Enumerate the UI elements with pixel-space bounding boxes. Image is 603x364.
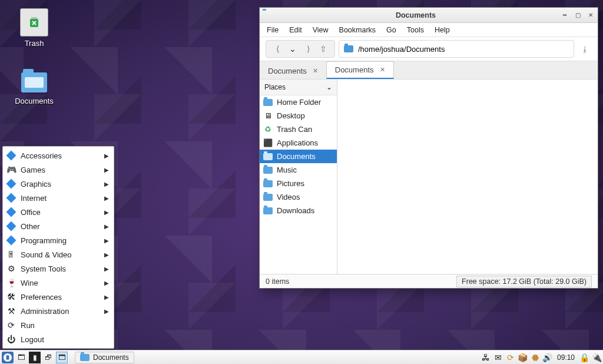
- office-icon: [6, 207, 16, 217]
- place-music[interactable]: Music: [260, 163, 337, 177]
- menu-logout[interactable]: ⏻Logout: [3, 332, 114, 346]
- preferences-icon: 🛠: [6, 292, 16, 302]
- place-pictures[interactable]: Pictures: [260, 177, 337, 190]
- history-dropdown[interactable]: ⌄: [287, 44, 298, 54]
- menu-go[interactable]: Go: [382, 25, 401, 35]
- chevron-right-icon: ▶: [104, 223, 109, 230]
- update-icon[interactable]: ⟳: [506, 353, 515, 362]
- run-icon: ⟳: [6, 320, 16, 330]
- close-button[interactable]: ✕: [586, 11, 595, 19]
- menu-preferences[interactable]: 🛠Preferences▶: [3, 290, 114, 304]
- menu-tools[interactable]: Tools: [402, 25, 429, 35]
- path-bar: [339, 40, 574, 58]
- folder-icon: [20, 66, 48, 94]
- administration-icon: ⚒: [6, 306, 16, 316]
- menu-system-tools[interactable]: ⚙System Tools▶: [3, 262, 114, 276]
- notification-icon[interactable]: ⬣: [531, 353, 540, 362]
- mail-icon[interactable]: ✉: [493, 353, 503, 362]
- other-icon: [6, 221, 16, 231]
- menu-accessories[interactable]: Accessories▶: [3, 148, 114, 163]
- desktop-documents[interactable]: Documents: [11, 66, 58, 105]
- tab-documents-2[interactable]: Documents ✕: [326, 61, 394, 79]
- tab-close-icon[interactable]: ✕: [313, 67, 318, 75]
- menu-bookmarks[interactable]: Bookmarks: [334, 25, 381, 35]
- menu-programming[interactable]: Programming▶: [3, 233, 114, 247]
- logout-icon: ⏻: [6, 335, 16, 344]
- folder-icon: [263, 193, 273, 201]
- chevron-right-icon: ▶: [104, 181, 109, 187]
- menu-office[interactable]: Office▶: [3, 205, 114, 219]
- folder-icon: [344, 45, 353, 52]
- menu-edit[interactable]: Edit: [284, 25, 307, 35]
- task-panel: 🗔 ▮ 🗗 🗖 Documents 🖧 ✉ ⟳ 📦 ⬣ 🔊 09:10 🔒 🔌: [0, 350, 603, 364]
- sidebar-places: Places ⌄ Home Folder 🖥Desktop ♻Trash Can…: [260, 80, 337, 274]
- folder-icon: [263, 207, 273, 215]
- menu-view[interactable]: View: [308, 25, 333, 35]
- place-trash[interactable]: ♻Trash Can: [260, 123, 337, 136]
- menu-internet[interactable]: Internet▶: [3, 191, 114, 205]
- svg-rect-1: [31, 17, 37, 19]
- trash-icon: [20, 8, 48, 37]
- folder-icon: [80, 354, 90, 361]
- tab-label: Documents: [335, 65, 374, 74]
- free-space: Free space: 17.2 GiB (Total: 29.0 GiB): [456, 276, 592, 287]
- start-menu-button[interactable]: [2, 352, 14, 363]
- menu-sound-video[interactable]: 🎚Sound & Video▶: [3, 247, 114, 262]
- place-desktop[interactable]: 🖥Desktop: [260, 109, 337, 123]
- taskbar-task-documents[interactable]: Documents: [75, 352, 134, 363]
- network-icon[interactable]: 🖧: [481, 353, 491, 362]
- launcher-file-manager[interactable]: 🗔: [15, 352, 27, 363]
- back-button[interactable]: ⟨: [272, 44, 283, 54]
- chevron-right-icon: ▶: [104, 280, 109, 286]
- show-desktop-button[interactable]: 🗖: [56, 352, 68, 363]
- maximize-button[interactable]: ▢: [573, 11, 582, 19]
- chevron-right-icon: ▶: [104, 209, 109, 216]
- place-documents[interactable]: Documents: [260, 150, 337, 163]
- tab-label: Documents: [268, 67, 307, 75]
- menu-administration[interactable]: ⚒Administration▶: [3, 304, 114, 318]
- menu-help[interactable]: Help: [430, 25, 455, 35]
- menu-file[interactable]: File: [262, 25, 283, 35]
- place-applications[interactable]: ⬛Applications: [260, 136, 337, 150]
- tab-documents-1[interactable]: Documents ✕: [260, 63, 326, 79]
- menu-graphics[interactable]: Graphics▶: [3, 177, 114, 191]
- file-manager-window: Documents ━ ▢ ✕ File Edit View Bookmarks…: [259, 7, 598, 289]
- chevron-right-icon: ▶: [104, 237, 109, 244]
- minimize-button[interactable]: ━: [560, 11, 569, 19]
- gear-icon: ⚙: [6, 264, 16, 273]
- tab-close-icon[interactable]: ✕: [380, 66, 385, 74]
- desktop-trash[interactable]: Trash: [11, 8, 58, 48]
- launcher-terminal[interactable]: ▮: [29, 352, 41, 363]
- desktop-documents-label: Documents: [11, 97, 58, 105]
- folder-icon: [263, 166, 273, 174]
- bookmark-button[interactable]: ⭳: [578, 40, 592, 58]
- forward-button[interactable]: ⟩: [303, 44, 313, 54]
- chevron-right-icon: ▶: [104, 153, 109, 159]
- menu-wine[interactable]: 🍷Wine▶: [3, 276, 114, 290]
- path-input[interactable]: [358, 45, 569, 54]
- folder-view[interactable]: [337, 80, 598, 274]
- volume-icon[interactable]: 🔊: [543, 353, 552, 362]
- sidebar-header[interactable]: Places ⌄: [260, 80, 337, 95]
- power-icon[interactable]: 🔌: [592, 353, 601, 362]
- package-icon[interactable]: 📦: [518, 353, 528, 362]
- place-home[interactable]: Home Folder: [260, 95, 337, 109]
- wine-icon: 🍷: [6, 278, 16, 287]
- chevron-right-icon: ▶: [104, 252, 109, 258]
- clock[interactable]: 09:10: [555, 353, 577, 362]
- menu-games[interactable]: 🎮Games▶: [3, 163, 114, 177]
- lock-icon[interactable]: 🔒: [579, 353, 589, 362]
- games-icon: 🎮: [6, 165, 16, 174]
- applications-icon: ⬛: [263, 139, 273, 147]
- up-button[interactable]: ⇧: [318, 44, 329, 54]
- chevron-right-icon: ▶: [104, 308, 109, 315]
- place-downloads[interactable]: Downloads: [260, 204, 337, 217]
- window-titlebar[interactable]: Documents ━ ▢ ✕: [260, 8, 598, 23]
- menu-run[interactable]: ⟳Run: [3, 318, 114, 332]
- menu-other[interactable]: Other▶: [3, 219, 114, 233]
- chevron-right-icon: ▶: [104, 167, 109, 173]
- trash-icon: ♻: [263, 125, 273, 134]
- item-count: 0 items: [266, 277, 289, 286]
- place-videos[interactable]: Videos: [260, 190, 337, 204]
- launcher-browser[interactable]: 🗗: [42, 352, 54, 363]
